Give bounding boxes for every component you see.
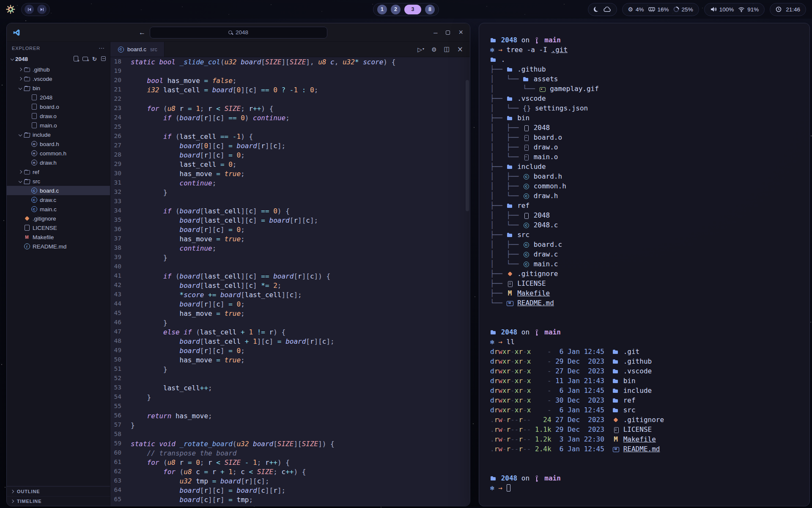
split-editor-icon[interactable] [444,46,450,52]
close-icon[interactable] [457,46,463,53]
terminal-window[interactable]: 2048 on main✻ → tree -a -I .git .├── .gi… [479,23,810,506]
tree-item-include[interactable]: include [7,130,110,139]
collapse-all-icon[interactable] [101,56,106,61]
code-line[interactable]: 37 has_move = true; [110,235,470,244]
workspace-8[interactable]: 8 [425,5,435,14]
tree-item-2048[interactable]: 2048 [7,93,110,102]
tree-item-src[interactable]: src [7,177,110,186]
audio-network-widget[interactable]: 100% 91% [704,3,765,16]
code-line[interactable]: 30 has_move = true; [110,170,470,179]
code-line[interactable]: 36 board[r][c] = 0; [110,226,470,235]
code-line[interactable]: 50 has_move = true; [110,356,470,365]
code-line[interactable]: 63 u32 tmp = board[r][c]; [110,477,470,486]
code-line[interactable]: 57} [110,421,470,431]
tab-board-c[interactable]: board.c src [110,42,165,57]
code-line[interactable]: 31 continue; [110,179,470,188]
code-line[interactable]: 39 } [110,254,470,263]
tree-item-README.md[interactable]: README.md [7,242,110,251]
code-line[interactable]: 27 board[0][c] = board[r][c]; [110,142,470,151]
vscode-titlebar[interactable]: 2048 [7,23,470,42]
code-line[interactable]: 43 *score += board[last_cell][c]; [110,291,470,300]
code-line[interactable]: 33 [110,198,470,207]
code-line[interactable]: 45 has_move = true; [110,309,470,319]
code-line[interactable]: 18static bool _slide_col(u32 board[SIZE]… [110,58,470,67]
tree-item-board.h[interactable]: board.h [7,139,110,149]
run-icon[interactable] [417,47,424,52]
code-line[interactable]: 54 } [110,393,470,403]
scrollbar-thumb[interactable] [466,80,469,211]
new-folder-icon[interactable] [82,57,88,61]
code-line[interactable]: 34 if (board[last_cell][c] == 0) { [110,207,470,216]
tree-item-bin[interactable]: bin [7,83,110,93]
system-stats-widget[interactable]: ⚙ 4% 16% 25% [622,3,699,16]
code-line[interactable]: 62 for (u8 c = r + 1; c < SIZE; c++) { [110,468,470,477]
code-line[interactable]: 20 bool has_move = false; [110,77,470,86]
code-line[interactable]: 19 [110,67,470,77]
tree-item-.vscode[interactable]: .vscode [7,74,110,83]
tree-item-ref[interactable]: ref [7,167,110,177]
workspace-2[interactable]: 2 [391,5,401,14]
close-button[interactable] [458,29,463,36]
code-line[interactable]: 26 if (last_cell == -1) { [110,133,470,142]
clock-widget[interactable]: 21:46 [770,3,806,16]
refresh-icon[interactable] [92,56,97,62]
code-line[interactable]: 58 [110,431,470,440]
code-line[interactable]: 55 [110,403,470,412]
minimize-button[interactable] [433,29,437,36]
workspace-1[interactable]: 1 [377,5,387,14]
tree-item-draw.c[interactable]: draw.c [7,195,110,204]
code-line[interactable]: 51 } [110,365,470,375]
panel-timeline[interactable]: TIMELINE [7,496,110,506]
code-line[interactable]: 32 } [110,188,470,198]
new-file-icon[interactable] [74,56,78,61]
code-line[interactable]: 24 if (board[r][c] == 0) continue; [110,114,470,123]
code-line[interactable]: 40 [110,263,470,272]
code-line[interactable]: 23 for (u8 r = 1; r < SIZE; r++) { [110,105,470,114]
editor-scrollbar[interactable] [466,80,469,503]
tree-item-draw.h[interactable]: draw.h [7,158,110,167]
workspace-3[interactable]: 3 [404,5,421,14]
launcher-gear-icon[interactable] [6,5,15,14]
code-line[interactable]: 56 return has_move; [110,412,470,421]
tree-item-draw.o[interactable]: draw.o [7,111,110,121]
code-line[interactable]: 47 else if (last_cell + 1 != r) { [110,328,470,337]
code-line[interactable]: 41 if (board[last_cell][c] == board[r][c… [110,272,470,282]
tree-item-common.h[interactable]: common.h [7,149,110,158]
media-next-button[interactable] [37,5,47,14]
tree-item-main.c[interactable]: main.c [7,204,110,214]
code-line[interactable]: 49 board[r][c] = 0; [110,347,470,356]
weather-widget[interactable] [588,3,617,16]
code-line[interactable]: 59static void _rotate_board(u32 board[SI… [110,440,470,449]
code-line[interactable]: 38 continue; [110,244,470,254]
code-line[interactable]: 21 i32 last_cell = board[0][c] == 0 ? -1… [110,86,470,95]
code-line[interactable]: 64 board[r][c] = board[c][r]; [110,486,470,496]
maximize-button[interactable] [446,30,450,35]
tree-item-.gitignore[interactable]: .gitignore [7,214,110,223]
code-line[interactable]: 35 board[last_cell][c] = board[r][c]; [110,216,470,226]
code-line[interactable]: 65 board[c][r] = tmp; [110,496,470,505]
tree-root[interactable]: 2048 [7,54,110,64]
tree-item-.github[interactable]: .github [7,65,110,74]
code-line[interactable]: 29 last_cell = 0; [110,160,470,170]
code-line[interactable]: 46 } [110,319,470,328]
media-previous-button[interactable] [25,5,34,14]
code-line[interactable]: 44 board[r][c] = 0; [110,300,470,309]
code-line[interactable]: 48 board[last_cell + 1][c] = board[r][c]… [110,337,470,347]
code-line[interactable]: 22 [110,95,470,105]
code-line[interactable]: 53 last_cell++; [110,384,470,393]
tree-item-board.o[interactable]: board.o [7,102,110,111]
code-line[interactable]: 42 board[last_cell][c] *= 2; [110,282,470,291]
code-line[interactable]: 60 // transpose the board [110,449,470,458]
code-line[interactable]: 52 [110,375,470,384]
settings-icon[interactable] [431,47,437,52]
tree-item-Makefile[interactable]: Makefile [7,232,110,242]
back-button[interactable] [139,29,145,36]
tree-item-main.o[interactable]: main.o [7,121,110,130]
explorer-more-icon[interactable] [99,46,105,51]
code-line[interactable]: 25 [110,123,470,133]
command-center-search[interactable]: 2048 [150,27,327,39]
code-line[interactable]: 28 board[r][c] = 0; [110,151,470,160]
panel-outline[interactable]: OUTLINE [7,486,110,496]
tree-item-LICENSE[interactable]: LICENSE [7,223,110,232]
code-line[interactable]: 61 for (u8 r = 0; r < SIZE - 1; r++) { [110,458,470,468]
